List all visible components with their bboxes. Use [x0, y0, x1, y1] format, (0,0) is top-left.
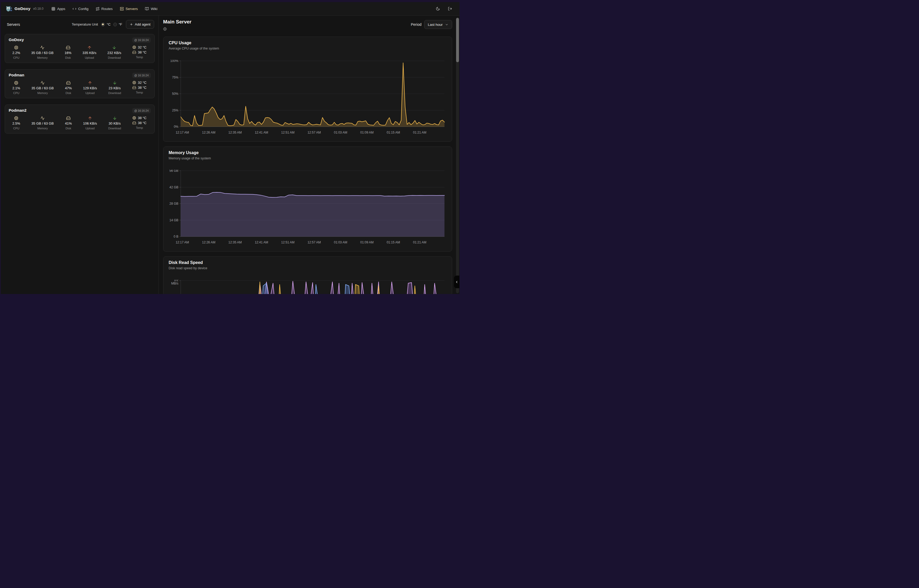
temp-label: Temp	[136, 126, 143, 129]
chevron-down-icon	[445, 23, 449, 26]
svg-text:14 GB: 14 GB	[170, 218, 178, 222]
period-select[interactable]: Last hour	[424, 20, 452, 29]
server-icon	[120, 7, 124, 11]
svg-text:12:57 AM: 12:57 AM	[307, 241, 321, 244]
memory-usage-chart: 56 GB42 GB28 GB14 GB0 B12:17 AM12:26 AM1…	[169, 170, 447, 249]
nav-item-routes[interactable]: Routes	[95, 7, 113, 11]
temperature-unit-label: Temperature Unit	[72, 23, 98, 26]
stat-cpu: 2.5% CPU	[12, 116, 20, 130]
cpu-label: CPU	[13, 127, 19, 130]
activity-icon	[40, 81, 45, 85]
hard-drive-icon	[132, 121, 136, 125]
nav-item-config[interactable]: Config	[73, 7, 89, 11]
cpu-chip-icon	[14, 45, 18, 50]
arrow-up-icon	[88, 116, 92, 120]
svg-text:01:21 AM: 01:21 AM	[413, 241, 426, 244]
sidebar-controls: Temperature Unit °C °F Add agent	[72, 20, 154, 29]
plus-icon	[130, 23, 133, 26]
cpu-usage-card: CPU Usage Average CPU usage of the syste…	[163, 37, 452, 142]
nav-label: Servers	[126, 7, 138, 11]
disk-label: Disk	[65, 56, 71, 59]
collapse-panel-button[interactable]	[454, 276, 460, 288]
stat-temp: 32 °C 38 °C Temp	[132, 45, 147, 59]
sidebar-header: Servers Temperature Unit °C °F Add agent	[7, 20, 154, 29]
period-label: Period	[411, 23, 421, 27]
chevron-left-icon	[455, 280, 459, 284]
svg-text:MB/s: MB/s	[171, 282, 178, 285]
memory-value: 35 GB / 63 GB	[31, 51, 54, 55]
app-version: v0.18.0	[33, 7, 44, 11]
content: Servers Temperature Unit °C °F Add agent	[1, 15, 460, 294]
hard-drive-icon	[66, 45, 70, 50]
server-stats: 2.1% CPU 35 GB / 63 GB Memory 47% Disk 1…	[9, 81, 151, 95]
moon-icon[interactable]	[436, 6, 440, 11]
svg-text:12:17 AM: 12:17 AM	[176, 131, 189, 134]
server-card[interactable]: Podman2 @ 16:16:24 2.5% CPU 35 GB / 63 G…	[5, 105, 155, 134]
memory-chart-title: Memory Usage	[169, 150, 447, 155]
memory-usage-card: Memory Usage Memory usage of the system …	[163, 147, 452, 252]
disk-label: Disk	[66, 91, 71, 95]
logout-icon[interactable]	[448, 6, 452, 11]
svg-text:01:09 AM: 01:09 AM	[360, 131, 374, 134]
disk-chart-subtitle: Disk read speed by device	[169, 267, 447, 270]
stat-memory: 35 GB / 63 GB Memory	[31, 116, 54, 130]
main-title-block: Main Server	[163, 19, 192, 32]
cpu-chip-icon	[14, 81, 18, 85]
stat-download: 30 KB/s Download	[108, 116, 121, 130]
download-value: 23 KB/s	[108, 86, 121, 90]
download-label: Download	[108, 127, 121, 130]
stat-download: 23 KB/s Download	[108, 81, 121, 95]
add-agent-label: Add agent	[135, 23, 150, 26]
grid-icon	[52, 7, 55, 11]
navbar-actions	[436, 6, 455, 11]
nav-item-wiki[interactable]: Wiki	[145, 7, 158, 11]
svg-text:0%: 0%	[174, 125, 179, 129]
disk-label: Disk	[66, 127, 71, 130]
server-card[interactable]: Podman @ 16:16:24 2.1% CPU 35 GB / 63 GB…	[5, 69, 155, 98]
temp-label: Temp	[136, 56, 143, 59]
cpu-chart-title: CPU Usage	[169, 40, 447, 45]
memory-label: Memory	[37, 91, 48, 95]
disk-read-speed-chart: 1/2MB/s	[169, 279, 447, 294]
app-window: GoDoxy v0.18.0 Apps Config Routes	[1, 2, 460, 294]
nav-item-apps[interactable]: Apps	[52, 7, 65, 11]
server-card-list: GoDoxy @ 16:16:24 2.2% CPU 35 GB / 63 GB…	[5, 34, 155, 134]
svg-text:12:26 AM: 12:26 AM	[202, 131, 215, 134]
scrollbar-thumb[interactable]	[456, 18, 459, 62]
nav-item-servers[interactable]: Servers	[120, 7, 138, 11]
activity-icon	[40, 45, 45, 50]
server-card[interactable]: GoDoxy @ 16:16:24 2.2% CPU 35 GB / 63 GB…	[5, 34, 155, 63]
stat-upload: 335 KB/s Upload	[82, 45, 97, 59]
add-agent-button[interactable]: Add agent	[126, 20, 154, 29]
memory-value: 35 GB / 63 GB	[31, 121, 54, 125]
radio-celsius[interactable]	[101, 23, 105, 26]
download-value: 232 KB/s	[108, 51, 121, 55]
cpu-temp-value: 32 °C	[138, 81, 147, 84]
upload-value: 106 KB/s	[83, 121, 97, 125]
disk-value: 47%	[65, 86, 72, 90]
svg-text:28 GB: 28 GB	[170, 202, 178, 205]
memory-value: 35 GB / 63 GB	[31, 86, 54, 90]
svg-text:01:03 AM: 01:03 AM	[334, 241, 347, 244]
disk-temp-value: 38 °C	[138, 121, 147, 125]
svg-text:01:09 AM: 01:09 AM	[360, 241, 374, 244]
activity-icon	[40, 116, 45, 120]
server-stats: 2.5% CPU 35 GB / 63 GB Memory 41% Disk 1…	[9, 116, 151, 130]
cpu-value: 2.1%	[12, 86, 20, 90]
stat-download: 232 KB/s Download	[108, 45, 121, 59]
svg-text:12:35 AM: 12:35 AM	[228, 131, 242, 134]
main-nav: Apps Config Routes Servers Wiki	[52, 7, 158, 11]
disk-temp-row: 38 °C	[132, 50, 147, 54]
app-title: GoDoxy	[15, 6, 31, 11]
main-header: Main Server Period Last hour	[163, 19, 452, 32]
server-name: GoDoxy	[9, 37, 24, 42]
disk-temp-row: 38 °C	[132, 86, 147, 90]
stat-disk: 41% Disk	[65, 116, 72, 130]
download-value: 30 KB/s	[108, 121, 121, 125]
radio-fahrenheit[interactable]	[113, 23, 117, 26]
cpu-temp-row: 38 °C	[132, 116, 147, 120]
cpu-chip-icon	[132, 116, 136, 120]
cpu-chip-icon	[132, 45, 136, 49]
disk-temp-value: 38 °C	[138, 86, 147, 90]
upload-label: Upload	[86, 127, 95, 130]
